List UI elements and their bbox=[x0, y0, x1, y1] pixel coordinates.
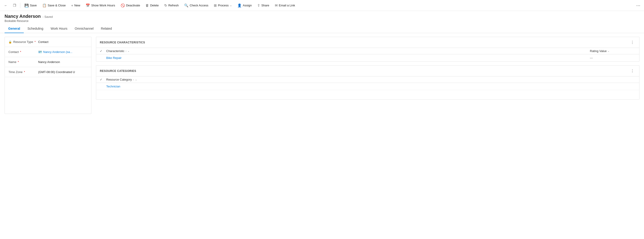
field-timezone: Time Zone * (GMT-08:00) Coordinated U bbox=[5, 67, 91, 77]
category-column-header[interactable]: Resource Category ↑ ⌄ bbox=[106, 78, 636, 81]
show-work-hours-button[interactable]: 📅 Show Work Hours bbox=[84, 2, 118, 9]
show-work-hours-label: Show Work Hours bbox=[91, 4, 115, 7]
delete-button[interactable]: 🗑 Delete bbox=[143, 2, 161, 9]
contact-record-icon: 🪪 bbox=[38, 50, 42, 54]
categories-empty-space bbox=[96, 90, 639, 99]
toolbar: ← ❐ 💾 Save 📋 Save & Close + New 📅 Show W… bbox=[0, 0, 644, 11]
characteristics-check-header: ✓ bbox=[100, 49, 106, 53]
categories-check-header: ✓ bbox=[100, 78, 106, 81]
resource-type-label: 🔒 Resource Type * bbox=[8, 40, 38, 44]
timezone-label: Time Zone * bbox=[8, 70, 38, 74]
more-button[interactable]: ⋯ bbox=[634, 1, 642, 9]
name-value: Nancy Anderson bbox=[38, 60, 88, 64]
tab-general[interactable]: General bbox=[4, 24, 24, 33]
refresh-icon: ↻ bbox=[164, 3, 167, 7]
share-icon: ⇧ bbox=[257, 3, 260, 7]
tab-omnichannel[interactable]: Omnichannel bbox=[71, 24, 97, 33]
rating-column-header[interactable]: Rating Value ⌄ bbox=[590, 49, 636, 53]
field-resource-type: 🔒 Resource Type * Contact bbox=[5, 37, 91, 47]
general-form: 🔒 Resource Type * Contact Contact * 🪪 Na… bbox=[4, 37, 92, 114]
lock-icon: 🔒 bbox=[8, 40, 12, 44]
calendar-icon: 📅 bbox=[86, 3, 90, 7]
deactivate-label: Deactivate bbox=[126, 4, 140, 7]
email-link-button[interactable]: ✉ Email a Link bbox=[272, 2, 298, 9]
form-empty-space bbox=[5, 77, 91, 114]
deactivate-button[interactable]: 🚫 Deactivate bbox=[118, 2, 142, 9]
category-sort-down-icon[interactable]: ⌄ bbox=[135, 78, 137, 81]
save-label: Save bbox=[30, 4, 37, 7]
tab-work-hours[interactable]: Work Hours bbox=[47, 24, 71, 33]
more-icon: ⋯ bbox=[636, 3, 640, 8]
saved-status: - Saved bbox=[42, 15, 53, 18]
characteristic-column-header[interactable]: Characteristic ↑ ⌄ bbox=[106, 49, 590, 53]
right-panel: RESOURCE CHARACTERISTICS ⋮ ✓ Characteris… bbox=[96, 37, 640, 114]
process-button[interactable]: ⊞ Process ⌄ bbox=[212, 2, 234, 9]
characteristic-row-0: Bike Repair --- bbox=[96, 54, 639, 61]
categories-header: RESOURCE CATEGORIES ⋮ bbox=[96, 65, 639, 76]
assign-button[interactable]: 👤 Assign bbox=[235, 2, 254, 9]
categories-title: RESOURCE CATEGORIES bbox=[100, 69, 136, 73]
save-close-icon: 📋 bbox=[42, 3, 46, 7]
delete-icon: 🗑 bbox=[146, 3, 149, 7]
resource-type-value: Contact bbox=[38, 40, 88, 44]
resource-categories-section: RESOURCE CATEGORIES ⋮ ✓ Resource Categor… bbox=[96, 65, 640, 100]
new-label: New bbox=[74, 4, 80, 7]
process-icon: ⊞ bbox=[214, 3, 217, 7]
save-close-button[interactable]: 📋 Save & Close bbox=[40, 2, 68, 9]
contact-required: * bbox=[20, 50, 21, 54]
resource-type-required: * bbox=[34, 40, 36, 44]
timezone-value: (GMT-08:00) Coordinated U bbox=[38, 70, 88, 74]
categories-menu-icon[interactable]: ⋮ bbox=[629, 68, 636, 73]
checkmark-icon: ✓ bbox=[100, 49, 102, 53]
share-button[interactable]: ⇧ Share bbox=[255, 2, 272, 9]
name-required: * bbox=[18, 60, 19, 64]
tab-related[interactable]: Related bbox=[97, 24, 116, 33]
characteristic-row-0-rating: --- bbox=[590, 56, 636, 60]
deactivate-icon: 🚫 bbox=[120, 3, 125, 7]
tab-scheduling[interactable]: Scheduling bbox=[24, 24, 47, 33]
characteristics-header: RESOURCE CHARACTERISTICS ⋮ bbox=[96, 37, 639, 48]
category-row-0-name[interactable]: Technician bbox=[106, 85, 636, 88]
characteristic-row-0-name[interactable]: Bike Repair bbox=[106, 56, 590, 60]
refresh-label: Refresh bbox=[168, 4, 179, 7]
back-button[interactable]: ← bbox=[2, 2, 10, 9]
tab-bar: General Scheduling Work Hours Omnichanne… bbox=[0, 24, 644, 33]
record-type: Bookable Resource bbox=[4, 19, 640, 22]
category-row-0: Technician bbox=[96, 83, 639, 90]
main-content: 🔒 Resource Type * Contact Contact * 🪪 Na… bbox=[0, 33, 644, 118]
new-button[interactable]: + New bbox=[69, 2, 82, 9]
field-contact: Contact * 🪪 Nancy Anderson (sa... bbox=[5, 47, 91, 57]
refresh-button[interactable]: ↻ Refresh bbox=[162, 2, 181, 9]
save-button[interactable]: 💾 Save bbox=[22, 2, 39, 9]
new-icon: + bbox=[71, 3, 73, 7]
field-name: Name * Nancy Anderson bbox=[5, 57, 91, 67]
back-icon: ← bbox=[4, 3, 8, 7]
characteristic-sort-down-icon[interactable]: ⌄ bbox=[128, 49, 130, 52]
assign-icon: 👤 bbox=[237, 3, 242, 7]
assign-label: Assign bbox=[243, 4, 252, 7]
email-icon: ✉ bbox=[275, 3, 278, 7]
pop-out-button[interactable]: ❐ bbox=[11, 2, 18, 9]
separator-1 bbox=[20, 3, 20, 8]
page-header: Nancy Anderson - Saved Bookable Resource bbox=[0, 11, 644, 22]
contact-label: Contact * bbox=[8, 50, 38, 54]
contact-value[interactable]: 🪪 Nancy Anderson (sa... bbox=[38, 50, 88, 54]
check-access-button[interactable]: 🔍 Check Access bbox=[182, 2, 211, 9]
timezone-required: * bbox=[24, 70, 25, 74]
record-name: Nancy Anderson bbox=[4, 14, 41, 19]
pop-out-icon: ❐ bbox=[13, 3, 16, 7]
check-access-label: Check Access bbox=[190, 4, 208, 7]
rating-chevron-icon[interactable]: ⌄ bbox=[608, 49, 610, 52]
name-label: Name * bbox=[8, 60, 38, 64]
save-close-label: Save & Close bbox=[48, 4, 66, 7]
check-access-icon: 🔍 bbox=[184, 3, 188, 7]
process-label: Process bbox=[218, 4, 229, 7]
categories-checkmark-icon: ✓ bbox=[100, 78, 102, 81]
share-label: Share bbox=[261, 4, 269, 7]
delete-label: Delete bbox=[150, 4, 159, 7]
characteristics-title: RESOURCE CHARACTERISTICS bbox=[100, 41, 145, 44]
characteristic-sort-up-icon[interactable]: ↑ bbox=[125, 50, 126, 52]
category-sort-up-icon[interactable]: ↑ bbox=[133, 78, 134, 81]
categories-grid-header: ✓ Resource Category ↑ ⌄ bbox=[96, 76, 639, 83]
characteristics-menu-icon[interactable]: ⋮ bbox=[629, 40, 636, 45]
